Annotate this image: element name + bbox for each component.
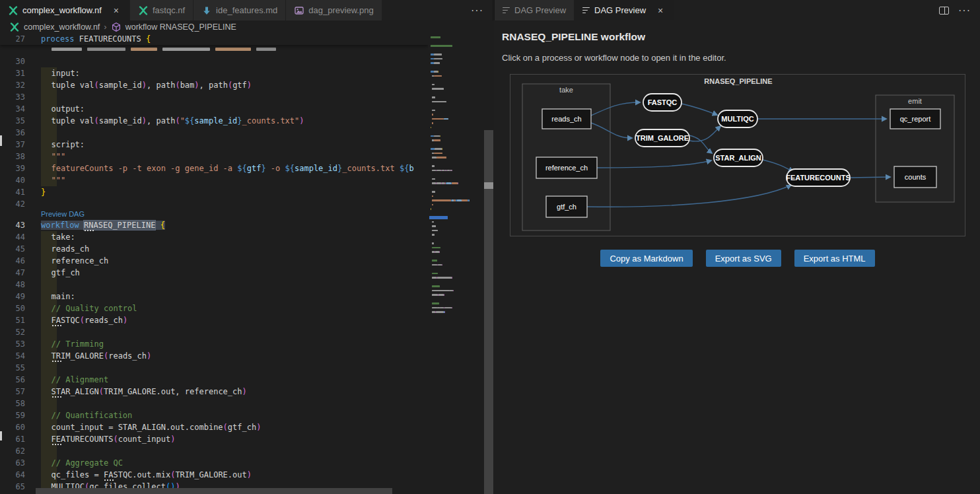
code-line-30[interactable]: 30	[0, 55, 428, 67]
code-editor[interactable]: 3031input:32tuple val(sample_id), path(b…	[0, 33, 493, 494]
code-line-53[interactable]: 53// Trimming	[0, 338, 428, 350]
code-token: (	[94, 81, 99, 90]
code-token: count_input	[118, 435, 170, 444]
breadcrumb-file[interactable]: complex_workflow.nf	[24, 22, 100, 32]
breadcrumb-separator: ›	[104, 22, 106, 32]
tab-left-fastqc-nf[interactable]: fastqc.nf	[130, 0, 193, 20]
code-line-49[interactable]: 49main:	[0, 291, 428, 302]
code-line-33[interactable]: 33	[0, 91, 428, 103]
code-line-60[interactable]: 60count_input = STAR_ALIGN.out.combine(g…	[0, 421, 428, 433]
more-actions-icon[interactable]: ···	[471, 5, 483, 16]
code-line-40[interactable]: 40"""	[0, 174, 428, 186]
code-line-42[interactable]: 42	[0, 198, 428, 210]
nextflow-icon	[9, 22, 20, 32]
export-as-svg-button[interactable]: Export as SVG	[706, 250, 781, 267]
subgraph-label-take: take	[559, 86, 573, 94]
code-line-43[interactable]: 43workflow RNASEQ_PIPELINE {	[0, 219, 428, 231]
code-line-52[interactable]: 52	[0, 326, 428, 338]
markdown-icon	[201, 5, 212, 16]
code-line-46[interactable]: 46reference_ch	[0, 255, 428, 267]
code-line-38[interactable]: 38"""	[0, 151, 428, 162]
line-number: 32	[0, 79, 25, 91]
edge-reference_ch-to-STAR_ALIGN	[597, 160, 711, 168]
code-line-50[interactable]: 50// Quality control	[0, 302, 428, 314]
nextflow-icon	[138, 5, 149, 16]
tab-left-ide-features-md[interactable]: ide_features.md	[193, 0, 286, 20]
split-editor-icon[interactable]	[939, 7, 949, 15]
line-number: 42	[0, 198, 25, 210]
code-line-59[interactable]: 59// Quantification	[0, 409, 428, 421]
symbol-namespace-icon	[111, 22, 122, 32]
code-token: FASTQC	[104, 470, 132, 479]
code-line-27[interactable]: 27process FEATURECOUNTS {	[0, 33, 428, 45]
code-token: main:	[52, 292, 75, 301]
tab-label: DAG Preview	[514, 5, 566, 15]
code-line-47[interactable]: 47gtf_ch	[0, 267, 428, 279]
horizontal-scrollbar[interactable]	[36, 488, 392, 494]
tab-left-complex-workflow-nf[interactable]: complex_workflow.nf×	[0, 0, 130, 20]
breadcrumb-symbol[interactable]: workflow RNASEQ_PIPELINE	[125, 22, 236, 32]
code-line-35[interactable]: 35tuple val(sample_id), path("${sample_i…	[0, 115, 428, 127]
code-token: FEATURECOUNTS	[79, 34, 146, 44]
more-actions-icon[interactable]: ···	[958, 5, 971, 16]
code-line-63[interactable]: 63// Aggregate QC	[0, 457, 428, 469]
code-token: (	[99, 387, 104, 396]
line-number: 39	[0, 162, 25, 174]
code-token: reference_ch	[52, 256, 109, 265]
code-line-37[interactable]: 37script:	[0, 139, 428, 151]
code-text: // Alignment	[41, 374, 108, 386]
editor-tabstrip-left: complex_workflow.nf×fastqc.nfide_feature…	[0, 0, 493, 20]
tab-left-dag-preview-png[interactable]: dag_preview.png	[286, 0, 382, 20]
code-token: )	[142, 116, 147, 125]
code-line-57[interactable]: 57STAR_ALIGN(TRIM_GALORE.out, reference_…	[0, 386, 428, 398]
code-line-41[interactable]: 41}	[0, 186, 428, 198]
minimap[interactable]	[429, 33, 470, 494]
dag-node-label-STAR_ALIGN: STAR_ALIGN	[715, 154, 761, 162]
line-number: 48	[0, 279, 25, 291]
code-line-54[interactable]: 54TRIM_GALORE(reads_ch)	[0, 350, 428, 362]
code-token: )	[247, 81, 252, 90]
close-icon[interactable]: ×	[655, 5, 666, 16]
code-line-36[interactable]: 36	[0, 127, 428, 139]
code-line-39[interactable]: 39featureCounts -p -t exon -g gene_id -a…	[0, 162, 428, 174]
code-line-62[interactable]: 62	[0, 445, 428, 457]
nextflow-icon	[8, 5, 18, 16]
editor-actions-left: ···	[471, 0, 493, 20]
close-icon[interactable]: ×	[111, 5, 122, 16]
code-line-58[interactable]: 58	[0, 398, 428, 409]
tab-right-dag-preview[interactable]: DAG Preview	[495, 0, 575, 20]
code-line-32[interactable]: 32tuple val(sample_id), path(bam), path(…	[0, 79, 428, 91]
code-line-51[interactable]: 51FASTQC(reads_ch)	[0, 314, 428, 326]
code-token: script:	[52, 140, 85, 149]
edge-FEATURECOUNTS-to-counts	[850, 177, 890, 178]
code-line-61[interactable]: 61FEATURECOUNTS(count_input)	[0, 433, 428, 445]
code-line-31[interactable]: 31input:	[0, 67, 428, 79]
code-token: count_input = STAR_ALIGN.out.combine	[52, 423, 223, 432]
code-line-48[interactable]: 48	[0, 279, 428, 291]
code-line-64[interactable]: 64qc_files = FASTQC.out.mix(TRIM_GALORE.…	[0, 469, 428, 481]
code-text: TRIM_GALORE(reads_ch)	[41, 350, 151, 362]
dag-node-label-counts: counts	[905, 173, 927, 181]
code-token: {	[160, 221, 165, 230]
code-token: take:	[52, 232, 75, 242]
codelens-preview-dag[interactable]: Preview DAG	[41, 210, 85, 219]
code-line-55[interactable]: 55	[0, 362, 428, 374]
code-token: (	[175, 116, 180, 125]
code-line-34[interactable]: 34output:	[0, 103, 428, 115]
copy-as-markdown-button[interactable]: Copy as Markdown	[600, 250, 692, 267]
vertical-scrollbar[interactable]	[484, 33, 493, 494]
code-line-44[interactable]: 44take:	[0, 231, 428, 243]
tab-right-dag-preview[interactable]: DAG Preview×	[575, 0, 674, 20]
sticky-scroll-line[interactable]: 27process FEATURECOUNTS {	[0, 33, 428, 45]
code-token: ${	[185, 116, 194, 125]
code-text: FEATURECOUNTS(count_input)	[41, 433, 175, 445]
tab-label: ide_features.md	[216, 5, 277, 15]
code-token: workflow	[41, 221, 84, 230]
code-token: reads_ch	[108, 351, 147, 361]
code-token: )	[242, 387, 247, 396]
code-token: sample_id	[295, 164, 337, 173]
code-line-45[interactable]: 45reads_ch	[0, 243, 428, 255]
code-line-56[interactable]: 56// Alignment	[0, 374, 428, 386]
export-as-html-button[interactable]: Export as HTML	[794, 250, 875, 267]
code-token: sample_id	[194, 116, 237, 125]
